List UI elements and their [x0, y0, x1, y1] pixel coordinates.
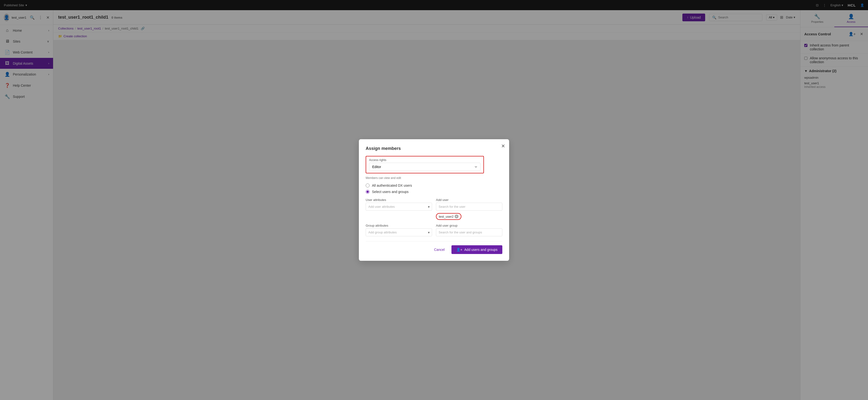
radio-all-input[interactable]	[366, 184, 370, 188]
add-user-label: Add user	[436, 198, 502, 202]
user-tag-remove-button[interactable]: ✕	[455, 214, 459, 219]
radio-select-label: Select users and groups	[372, 190, 408, 194]
modal-footer: Cancel 👤+ Add users and groups	[366, 241, 502, 254]
user-tag-label: test_user2	[439, 215, 454, 219]
assign-members-modal: Assign members ✕ Access rights Editor Vi…	[359, 139, 509, 261]
access-rights-label: Access rights	[369, 158, 480, 162]
add-user-group: Add user test_user2 ✕	[436, 198, 502, 220]
user-attributes-label: User attributes	[366, 198, 432, 202]
modal-overlay[interactable]: Assign members ✕ Access rights Editor Vi…	[0, 0, 868, 400]
access-rights-select[interactable]: Editor Viewer Manager	[369, 163, 480, 171]
radio-select-input[interactable]	[366, 190, 370, 194]
add-user-group-group: Add user group	[436, 224, 502, 236]
group-attributes-label: Group attributes	[366, 224, 432, 227]
add-users-icon: 👤+	[456, 248, 462, 252]
user-tag-test-user2: test_user2 ✕	[436, 213, 461, 220]
add-users-groups-button[interactable]: 👤+ Add users and groups	[452, 245, 502, 254]
access-rights-section: Access rights Editor Viewer Manager	[366, 156, 484, 173]
user-attributes-select-wrap: Add user attributes	[366, 203, 432, 211]
user-tag-list: test_user2 ✕	[436, 213, 502, 220]
radio-all-label: All authenticated DX users	[372, 184, 412, 188]
members-hint: Members can view and edit	[366, 176, 502, 180]
group-form-section: Group attributes Add group attributes Ad…	[366, 224, 502, 236]
add-users-groups-label: Add users and groups	[464, 248, 497, 252]
user-form-section: User attributes Add user attributes Add …	[366, 198, 502, 220]
user-attributes-group: User attributes Add user attributes	[366, 198, 432, 220]
add-user-group-label: Add user group	[436, 224, 502, 227]
cancel-button[interactable]: Cancel	[430, 246, 448, 254]
modal-close-button[interactable]: ✕	[501, 143, 505, 149]
modal-title: Assign members	[366, 146, 502, 151]
radio-group: All authenticated DX users Select users …	[366, 184, 502, 194]
group-attributes-group: Group attributes Add group attributes	[366, 224, 432, 236]
add-user-group-input[interactable]	[436, 228, 502, 236]
group-attributes-select-wrap: Add group attributes	[366, 228, 432, 236]
radio-all-authenticated[interactable]: All authenticated DX users	[366, 184, 502, 188]
radio-select-users[interactable]: Select users and groups	[366, 190, 502, 194]
user-attributes-select[interactable]: Add user attributes	[366, 203, 432, 211]
add-user-input[interactable]	[436, 203, 502, 211]
group-attributes-select[interactable]: Add group attributes	[366, 228, 432, 236]
